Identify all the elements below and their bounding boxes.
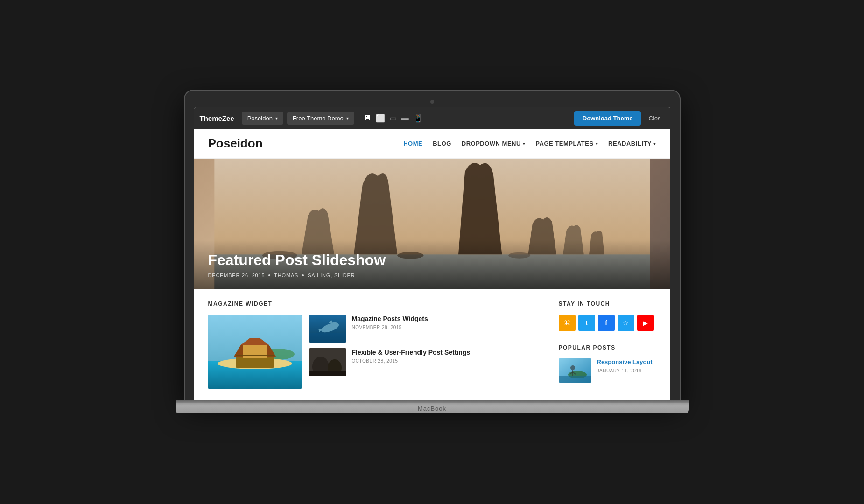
meta-dot-2 [302, 274, 304, 276]
desktop-icon[interactable]: 🖥 [364, 114, 371, 122]
sidebar: STAY IN TOUCH ⌘ t f [549, 289, 670, 400]
rss-button[interactable]: ⌘ [559, 315, 576, 331]
star-icon: ☆ [623, 319, 629, 327]
top-bar: ThemeZee Poseidon ▾ Free Theme Demo ▾ 🖥 … [194, 107, 670, 129]
hero-title: Featured Post Slideshow [208, 252, 656, 269]
post-item: Magazine Posts Widgets NOVEMBER 28, 2015 [309, 315, 535, 343]
beach-hut-svg [208, 315, 302, 389]
chevron-down-icon: ▾ [275, 116, 278, 121]
stay-in-touch-widget: STAY IN TOUCH ⌘ t f [559, 301, 661, 331]
magazine-featured-image [208, 315, 302, 389]
brand-name: ThemeZee [200, 114, 234, 122]
device-selector: 🖥 ⬜ ▭ ▬ 📱 [364, 114, 423, 123]
download-theme-button[interactable]: Download Theme [574, 111, 641, 126]
post-thumbnail-dolphin [309, 315, 346, 343]
nav-item-blog[interactable]: BLOG [433, 140, 451, 147]
hero-section: Featured Post Slideshow DECEMBER 26, 201… [194, 159, 670, 289]
svg-rect-19 [309, 333, 346, 343]
dolphin-svg [309, 315, 346, 343]
main-content: MAGAZINE WIDGET [194, 289, 549, 400]
rss-icon: ⌘ [564, 319, 570, 327]
popular-post-item: Responsive Layout JANUARY 11, 2016 [559, 358, 661, 383]
star-button[interactable]: ☆ [618, 315, 634, 331]
magazine-grid: Magazine Posts Widgets NOVEMBER 28, 2015 [208, 315, 535, 389]
chevron-down-icon: ▾ [346, 116, 349, 121]
post-title[interactable]: Magazine Posts Widgets [352, 315, 535, 323]
popular-post-info: Responsive Layout JANUARY 11, 2016 [597, 358, 653, 373]
hero-author: THOMAS [274, 273, 298, 278]
popular-thumb-svg [559, 358, 591, 383]
mobile-landscape-icon[interactable]: ▬ [401, 114, 409, 122]
social-icons: ⌘ t f ☆ ▶ [559, 315, 661, 331]
magazine-posts-list: Magazine Posts Widgets NOVEMBER 28, 2015 [309, 315, 535, 389]
popular-post-date: JANUARY 11, 2016 [597, 368, 653, 373]
laptop-screen: ThemeZee Poseidon ▾ Free Theme Demo ▾ 🖥 … [185, 91, 680, 400]
meta-dot [268, 274, 270, 276]
laptop-wrapper: ThemeZee Poseidon ▾ Free Theme Demo ▾ 🖥 … [176, 91, 689, 413]
site-nav: HOME BLOG DROPDOWN MENU ▾ PAGE TEMPLATES… [403, 140, 656, 147]
svg-rect-9 [236, 357, 274, 368]
post-title-2[interactable]: Flexible & User-Friendly Post Settings [352, 348, 535, 357]
rocks-svg [309, 348, 346, 376]
laptop-camera [430, 100, 434, 104]
mobile-icon[interactable]: 📱 [414, 114, 423, 123]
nav-item-page-templates[interactable]: PAGE TEMPLATES ▾ [535, 140, 598, 147]
popular-post-thumbnail [559, 358, 591, 383]
tablet-landscape-icon[interactable]: ⬜ [376, 114, 385, 123]
post-info: Magazine Posts Widgets NOVEMBER 28, 2015 [352, 315, 535, 330]
magazine-section-title: MAGAZINE WIDGET [208, 301, 535, 307]
post-item-2: Flexible & User-Friendly Post Settings O… [309, 348, 535, 376]
post-date-2: OCTOBER 28, 2015 [352, 358, 535, 364]
post-thumbnail-rocks [309, 348, 346, 376]
svg-rect-26 [559, 376, 591, 383]
theme-dropdown[interactable]: Poseidon ▾ [242, 112, 283, 125]
post-info-2: Flexible & User-Friendly Post Settings O… [352, 348, 535, 364]
demo-dropdown[interactable]: Free Theme Demo ▾ [287, 112, 354, 125]
popular-posts-title: POPULAR POSTS [559, 344, 661, 351]
tablet-icon[interactable]: ▭ [390, 114, 397, 123]
nav-item-home[interactable]: HOME [403, 140, 422, 147]
chevron-down-icon: ▾ [596, 141, 598, 146]
macbook-label: MacBook [418, 405, 446, 412]
site-logo: Poseidon [208, 136, 263, 151]
popular-posts-widget: POPULAR POSTS [559, 344, 661, 383]
youtube-button[interactable]: ▶ [637, 315, 654, 331]
hero-meta: DECEMBER 26, 2015 THOMAS SAILING, SLIDER [208, 273, 656, 278]
facebook-icon: f [605, 319, 607, 327]
laptop-base: MacBook [176, 400, 689, 413]
facebook-button[interactable]: f [598, 315, 615, 331]
hero-date: DECEMBER 26, 2015 [208, 273, 265, 278]
nav-item-dropdown-menu[interactable]: DROPDOWN MENU ▾ [462, 140, 526, 147]
twitter-button[interactable]: t [578, 315, 595, 331]
site-header: Poseidon HOME BLOG DROPDOWN MENU ▾ PAGE … [194, 129, 670, 159]
nav-item-readability[interactable]: READABILITY ▾ [608, 140, 656, 147]
twitter-icon: t [586, 320, 588, 326]
chevron-down-icon: ▾ [523, 141, 526, 146]
hero-overlay: Featured Post Slideshow DECEMBER 26, 201… [194, 240, 670, 289]
screen-content: ThemeZee Poseidon ▾ Free Theme Demo ▾ 🖥 … [194, 107, 670, 400]
chevron-down-icon: ▾ [653, 141, 656, 146]
svg-point-27 [570, 365, 575, 370]
svg-rect-23 [309, 371, 346, 376]
youtube-icon: ▶ [643, 319, 648, 327]
popular-post-title[interactable]: Responsive Layout [597, 358, 653, 366]
content-area: MAGAZINE WIDGET [194, 289, 670, 400]
close-button[interactable]: Clos [645, 112, 664, 125]
post-date: NOVEMBER 28, 2015 [352, 325, 535, 330]
hero-tags: SAILING, SLIDER [308, 273, 355, 278]
stay-in-touch-title: STAY IN TOUCH [559, 301, 661, 307]
